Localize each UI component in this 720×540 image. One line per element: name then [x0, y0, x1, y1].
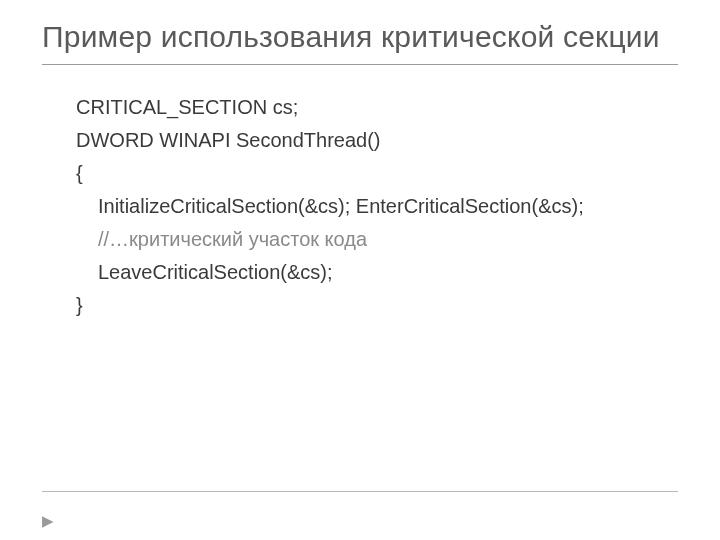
slide: Пример использования критической секции …: [0, 0, 720, 540]
footer-divider: [42, 491, 678, 492]
code-block: CRITICAL_SECTION cs; DWORD WINAPI Second…: [76, 91, 678, 322]
code-line: CRITICAL_SECTION cs;: [76, 91, 678, 124]
code-line: DWORD WINAPI SecondThread(): [76, 124, 678, 157]
code-line: {: [76, 157, 678, 190]
code-comment-line: //…критический участок кода: [76, 223, 678, 256]
play-arrow-icon: ▶: [42, 513, 54, 528]
code-line: }: [76, 289, 678, 322]
title-divider: [42, 64, 678, 65]
slide-title: Пример использования критической секции: [42, 18, 678, 56]
code-line: InitializeCriticalSection(&cs); EnterCri…: [76, 190, 678, 223]
code-line: LeaveCriticalSection(&cs);: [76, 256, 678, 289]
